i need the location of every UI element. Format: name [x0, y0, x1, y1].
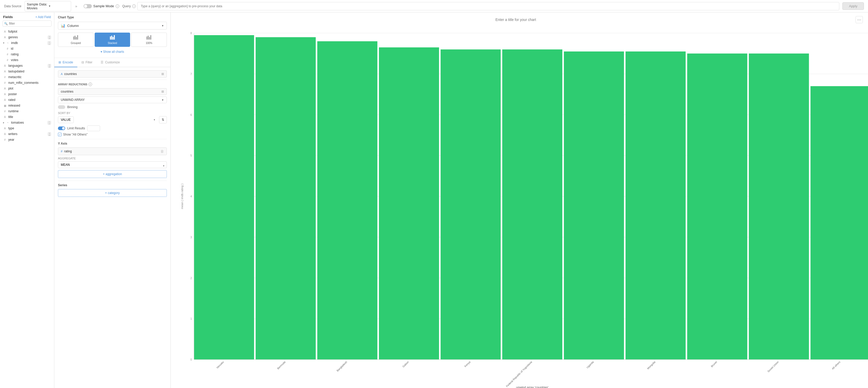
field-type-icon: # — [3, 76, 7, 79]
center-panel: Chart Type 📊 Column ▼ GroupedStacked100%… — [54, 12, 171, 388]
binning-row: Binning — [58, 105, 167, 109]
chart-header: ⋯ — [171, 12, 868, 25]
field-item-poster[interactable]: A poster — [0, 91, 54, 97]
category-button[interactable]: + category — [58, 189, 167, 197]
field-item-type[interactable]: A type — [0, 125, 54, 131]
aggregate-wrapper: MEAN SUM COUNT MIN MAX — [58, 161, 167, 170]
aggregate-select[interactable]: MEAN SUM COUNT MIN MAX — [58, 161, 167, 168]
field-item-id[interactable]: # id — [0, 46, 54, 52]
sort-direction-button[interactable]: ⇅ — [159, 116, 167, 123]
svg-text:0: 0 — [190, 358, 192, 361]
array-field-action-icon[interactable]: ⊞ — [161, 90, 164, 93]
series-title: Series — [58, 183, 167, 187]
svg-text:6: 6 — [190, 113, 192, 116]
field-type-icon: # — [6, 53, 9, 56]
field-badge: {} — [48, 121, 51, 124]
y-field-delete-icon[interactable]: 🗑 — [160, 149, 164, 153]
expand-icon: ▾ — [3, 42, 4, 44]
sort-select[interactable]: VALUE LABEL — [58, 116, 74, 123]
series-section: Series + category — [58, 181, 167, 197]
tab-encode[interactable]: ⊞ Encode — [54, 58, 78, 67]
variant-label: Grouped — [71, 42, 81, 44]
sidebar-header: Fields + Add Field — [0, 12, 54, 21]
tab-customize[interactable]: ☰ Customize — [96, 58, 124, 67]
chart-type-dropdown[interactable]: 📊 Column ▼ — [58, 22, 167, 29]
field-name: languages — [8, 64, 46, 67]
field-name: rated — [8, 98, 51, 102]
datasource-label: Data Source — [4, 4, 22, 8]
field-item-fullplot[interactable]: A fullplot — [0, 29, 54, 34]
field-name: rating — [11, 53, 51, 56]
chart-variant-stacked[interactable]: Stacked — [95, 33, 130, 47]
datasource-value: Sample Data: Movies — [27, 2, 47, 10]
svg-text:Soviet Union: Soviet Union — [767, 361, 779, 373]
field-item-votes[interactable]: # votes — [0, 57, 54, 63]
field-item-plot[interactable]: A plot — [0, 86, 54, 91]
unwind-select[interactable]: UNWIND ARRAY ▼ — [58, 96, 167, 103]
chart-variant-grouped[interactable]: Grouped — [58, 33, 94, 47]
field-item-genres[interactable]: A genres [] — [0, 34, 54, 40]
svg-rect-6 — [113, 37, 114, 39]
field-name: runtime — [8, 110, 51, 113]
field-item-title[interactable]: A title — [0, 114, 54, 120]
aggregation-button[interactable]: + aggregation — [58, 170, 167, 178]
tab-filter[interactable]: ⊟ Filter — [78, 58, 97, 67]
y-axis-title: Y Axis — [58, 142, 167, 145]
svg-text:All others: All others — [831, 361, 841, 370]
svg-rect-35 — [317, 41, 377, 360]
field-item-released[interactable]: ▦ released — [0, 103, 54, 109]
chart-more-button[interactable]: ⋯ — [856, 16, 863, 23]
field-type-icon: A — [3, 70, 7, 73]
svg-text:Uganda: Uganda — [586, 360, 594, 369]
chart-type-title: Chart Type — [58, 16, 167, 19]
query-info-icon[interactable]: i — [132, 4, 136, 8]
field-item-imdb[interactable]: ▾ ~ imdb {} — [0, 40, 54, 46]
svg-rect-2 — [76, 37, 77, 39]
fields-search-input[interactable] — [3, 21, 52, 27]
svg-text:4: 4 — [190, 195, 192, 198]
svg-rect-47 — [687, 54, 747, 360]
svg-rect-1 — [74, 36, 75, 39]
field-item-rating[interactable]: # rating — [0, 52, 54, 57]
query-input[interactable] — [137, 2, 839, 10]
svg-text:unwind array 'countries': unwind array 'countries' — [516, 386, 548, 388]
svg-text:Bermuda: Bermuda — [277, 360, 286, 370]
field-item-rated[interactable]: A rated — [0, 97, 54, 103]
query-label: Query — [122, 4, 131, 8]
field-badge: [] — [48, 64, 51, 67]
sample-mode-info-icon[interactable]: i — [116, 4, 119, 8]
field-item-languages[interactable]: A languages [] — [0, 63, 54, 68]
chart-variant-100%[interactable]: 100% — [131, 33, 167, 47]
field-name: tomatoes — [11, 121, 46, 124]
sample-mode-toggle[interactable] — [84, 4, 92, 8]
svg-rect-11 — [150, 35, 151, 39]
add-field-button[interactable]: + Add Field — [35, 15, 51, 19]
encode-content: A countries ⊞ ARRAY REDUCTIONS i countri… — [54, 67, 170, 200]
show-others-checkbox[interactable]: ✓ — [58, 133, 62, 136]
field-item-runtime[interactable]: # runtime — [0, 109, 54, 114]
x-field-action-icon[interactable]: ⊞ — [161, 72, 164, 76]
field-item-metacritic[interactable]: # metacritic — [0, 74, 54, 80]
field-item-writers[interactable]: A writers [] — [0, 131, 54, 137]
field-item-tomatoes[interactable]: ▸ ~ tomatoes {} — [0, 120, 54, 125]
field-item-num_mflix_comments[interactable]: # num_mflix_comments — [0, 80, 54, 86]
binning-toggle[interactable] — [58, 105, 65, 109]
limit-input[interactable]: 10 — [87, 125, 100, 131]
field-item-year[interactable]: # year — [0, 137, 54, 143]
apply-button[interactable]: Apply — [842, 2, 864, 10]
array-reductions-title: ARRAY REDUCTIONS i — [58, 83, 167, 86]
datasource-dropdown[interactable]: Sample Data: Movies ▼ — [25, 1, 71, 11]
field-item-lastupdated[interactable]: A lastupdated — [0, 68, 54, 74]
customize-icon: ☰ — [101, 61, 103, 64]
field-name: id — [11, 47, 51, 51]
array-reductions-info-icon[interactable]: i — [89, 83, 92, 86]
sidebar: Fields + Add Field 🔍 A fullplot A genres… — [0, 12, 54, 388]
chart-title-input[interactable] — [176, 18, 856, 22]
svg-text:1: 1 — [190, 317, 192, 320]
svg-text:mean ( imdb.rating ): mean ( imdb.rating ) — [181, 184, 184, 209]
svg-rect-39 — [440, 50, 500, 360]
field-name: plot — [8, 87, 51, 90]
array-field-select: countries ⊞ — [58, 88, 167, 95]
show-all-charts-btn[interactable]: ▾ Show all charts — [58, 49, 167, 55]
limit-toggle[interactable] — [58, 126, 65, 130]
